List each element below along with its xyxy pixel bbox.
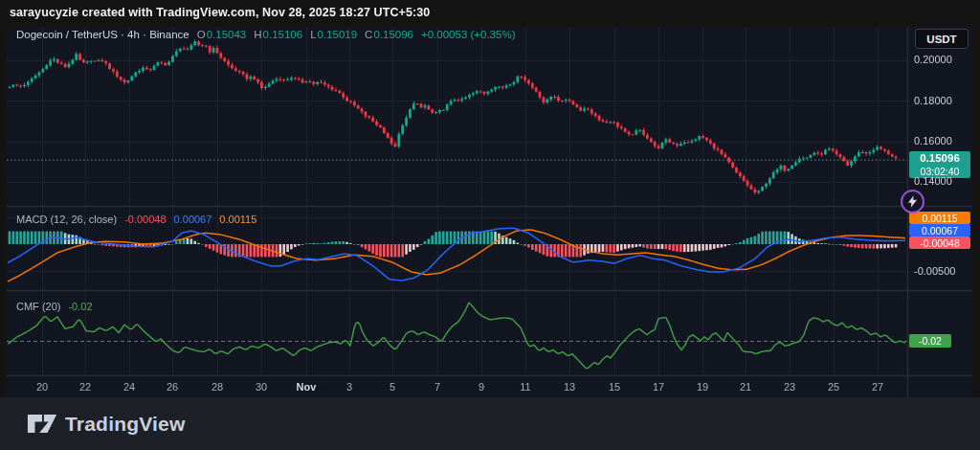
attribution-text: sarayucyzie created with TradingView.com… bbox=[10, 6, 430, 19]
macd-line-value: 0.00067 bbox=[174, 214, 212, 225]
price-tick-label: 0.16000 bbox=[914, 135, 952, 146]
macd-signal-label: 0.00115 bbox=[909, 212, 970, 224]
macd-axis-tick: -0.00500 bbox=[914, 265, 955, 277]
time-tick-label: 5 bbox=[390, 381, 395, 393]
cmf-title[interactable]: CMF (20) bbox=[16, 301, 60, 312]
change-value: +0.00053 (+0.35%) bbox=[421, 29, 515, 40]
symbol-legend: Dogecoin / TetherUS · 4h · Binance O0.15… bbox=[16, 29, 515, 40]
lightning-bolt-icon bbox=[908, 195, 917, 208]
cmf-legend: CMF (20) -0.02 bbox=[16, 301, 93, 312]
time-tick-label: 26 bbox=[167, 381, 178, 393]
time-tick-label: 28 bbox=[212, 381, 223, 393]
last-price-label: 0.15096 03:02:40 bbox=[909, 151, 970, 178]
tradingview-snapshot: sarayucyzie created with TradingView.com… bbox=[0, 0, 980, 450]
macd-legend: MACD (12, 26, close) -0.00048 0.00067 0.… bbox=[16, 214, 256, 225]
tradingview-logo[interactable]: TradingView bbox=[27, 412, 186, 436]
low-value: L0.15019 bbox=[310, 29, 357, 40]
time-tick-label: 15 bbox=[609, 381, 620, 393]
boost-bolt-icon[interactable] bbox=[901, 190, 924, 214]
cmf-last-label: -0.02 bbox=[909, 334, 951, 348]
time-tick-label: 27 bbox=[872, 381, 883, 393]
time-tick-label: 13 bbox=[564, 381, 575, 393]
currency-toggle-button[interactable]: USDT bbox=[915, 29, 969, 49]
open-value: O0.15043 bbox=[197, 29, 247, 40]
time-tick-label: 20 bbox=[36, 381, 48, 393]
high-value: H0.15106 bbox=[254, 29, 302, 40]
price-tick-label: 0.18000 bbox=[914, 95, 952, 106]
time-tick-label: 19 bbox=[697, 381, 708, 393]
time-tick-label: 17 bbox=[653, 381, 664, 393]
symbol-title[interactable]: Dogecoin / TetherUS · 4h · Binance bbox=[16, 29, 189, 40]
macd-hist-value: -0.00048 bbox=[124, 214, 166, 225]
time-tick-label: 24 bbox=[123, 381, 135, 393]
tradingview-wordmark: TradingView bbox=[65, 413, 186, 436]
time-tick-label: 30 bbox=[256, 381, 267, 393]
time-tick-label: 11 bbox=[520, 381, 530, 393]
macd-hist-label: -0.00048 bbox=[909, 236, 970, 249]
price-tick-label: 0.14000 bbox=[914, 175, 952, 187]
time-tick-label: 21 bbox=[740, 381, 751, 393]
macd-title[interactable]: MACD (12, 26, close) bbox=[16, 214, 117, 225]
time-tick-label: 22 bbox=[79, 381, 91, 393]
footer-bar: TradingView bbox=[0, 397, 980, 450]
time-tick-label: 3 bbox=[346, 381, 352, 393]
close-value: C0.15096 bbox=[365, 29, 413, 40]
time-tick-label: 7 bbox=[434, 381, 440, 393]
time-tick-label: 23 bbox=[784, 381, 795, 393]
time-tick-label: 9 bbox=[479, 381, 484, 393]
cmf-value: -0.02 bbox=[68, 301, 92, 312]
time-tick-label: Nov bbox=[297, 381, 317, 393]
tradingview-logo-icon bbox=[27, 412, 57, 436]
last-price-value: 0.15096 bbox=[920, 152, 960, 165]
time-tick-label: 25 bbox=[828, 381, 839, 393]
macd-line-label: 0.00067 bbox=[909, 224, 970, 236]
price-tick-label: 0.20000 bbox=[914, 54, 952, 65]
macd-signal-value: 0.00115 bbox=[219, 214, 256, 225]
